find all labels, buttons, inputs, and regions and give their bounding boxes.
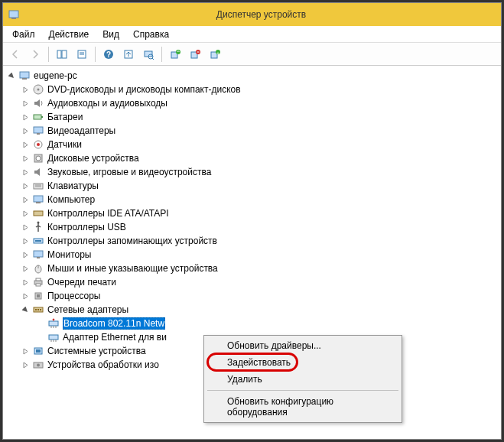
toolbar: ? +	[3, 43, 501, 66]
expand-icon[interactable]	[20, 236, 31, 246]
menu-view[interactable]: Вид	[96, 28, 125, 41]
category-label: Контроллеры USB	[47, 222, 126, 232]
device-manager-window: Диспетчер устройств Файл Действие Вид Сп…	[2, 2, 502, 440]
category-item[interactable]: Батареи	[3, 110, 501, 124]
scan-hw-button[interactable]	[139, 45, 158, 63]
expand-icon[interactable]	[20, 153, 31, 164]
expand-icon[interactable]	[20, 346, 31, 356]
svg-rect-51	[35, 309, 37, 310]
tree-root[interactable]: eugene-pc	[3, 69, 501, 83]
category-item[interactable]: Процессоры	[3, 289, 501, 303]
expand-icon[interactable]	[20, 194, 31, 205]
svg-rect-54	[49, 321, 58, 326]
collapse-icon[interactable]	[6, 70, 17, 81]
back-button[interactable]	[6, 45, 24, 63]
device-broadcom[interactable]: Broadcom 802.11n Netw	[3, 317, 501, 330]
forward-button[interactable]	[26, 45, 44, 63]
ctx-delete[interactable]: Удалить	[206, 371, 400, 388]
expand-icon[interactable]	[20, 125, 31, 136]
category-item[interactable]: Контроллеры запоминающих устройств	[3, 234, 501, 248]
category-item[interactable]: Контроллеры USB	[3, 220, 501, 234]
printer-icon	[32, 276, 44, 288]
uninstall-button[interactable]: +	[206, 45, 224, 63]
category-label: Звуковые, игровые и видеоустройства	[47, 167, 211, 177]
category-item[interactable]: Датчики	[3, 138, 501, 151]
category-item[interactable]: DVD-дисководы и дисководы компакт-дисков	[3, 83, 501, 96]
toolbar-separator	[48, 47, 49, 62]
device-label: Адаптер Ethernet для ви	[63, 332, 167, 343]
ctx-update-drivers[interactable]: Обновить драйверы...	[206, 337, 400, 354]
svg-rect-41	[34, 251, 43, 257]
imaging-icon	[32, 359, 44, 371]
category-label: Контроллеры IDE ATA/ATAPI	[47, 208, 169, 219]
category-label: Клавиатуры	[47, 180, 99, 191]
cpu-icon	[32, 290, 44, 302]
expand-icon[interactable]	[20, 277, 31, 288]
category-item[interactable]: Клавиатуры	[3, 179, 501, 193]
svg-rect-52	[37, 309, 39, 310]
window-icon	[8, 8, 20, 21]
update-driver-button[interactable]	[166, 45, 184, 63]
up-button[interactable]	[119, 45, 138, 63]
menu-help[interactable]: Справка	[127, 28, 175, 41]
svg-rect-37	[34, 211, 43, 216]
svg-rect-0	[9, 11, 18, 18]
expand-icon[interactable]	[20, 249, 31, 260]
category-label: Системные устройства	[47, 346, 146, 356]
help-button[interactable]: ?	[99, 45, 118, 63]
svg-point-23	[37, 89, 40, 91]
collapse-icon[interactable]	[20, 304, 31, 315]
display-icon	[32, 125, 44, 137]
root-label: eugene-pc	[34, 70, 77, 81]
expand-icon[interactable]	[20, 167, 31, 177]
mouse-icon	[32, 262, 44, 275]
expand-icon[interactable]	[20, 139, 31, 150]
expand-icon[interactable]	[20, 208, 31, 219]
category-item[interactable]: Дисковые устройства	[3, 151, 501, 165]
svg-line-12	[152, 58, 154, 60]
category-item[interactable]: Мыши и иные указывающие устройства	[3, 262, 501, 275]
expand-icon[interactable]	[20, 359, 31, 370]
menu-file[interactable]: Файл	[6, 28, 41, 41]
svg-point-29	[37, 143, 40, 146]
category-label: Мониторы	[47, 249, 91, 260]
ide-icon	[32, 207, 44, 219]
category-item[interactable]: Контроллеры IDE ATA/ATAPI	[3, 206, 501, 220]
svg-rect-24	[34, 115, 41, 119]
expand-icon[interactable]	[20, 263, 31, 274]
network-icon	[32, 304, 44, 316]
disc-icon	[32, 83, 44, 96]
category-item[interactable]: Очереди печати	[3, 275, 501, 289]
svg-rect-1	[11, 18, 16, 19]
device-tree[interactable]: eugene-pc DVD-дисководы и дисководы комп…	[3, 66, 501, 439]
category-network[interactable]: Сетевые адаптеры	[3, 303, 501, 317]
expand-icon[interactable]	[20, 112, 31, 122]
system-icon	[32, 345, 44, 357]
category-item[interactable]: Аудиовходы и аудиовыходы	[3, 96, 501, 110]
ctx-enable[interactable]: Задействовать	[206, 354, 400, 371]
properties-button[interactable]	[73, 45, 91, 63]
expand-icon[interactable]	[20, 222, 31, 232]
svg-rect-46	[36, 278, 41, 281]
show-tree-button[interactable]	[53, 45, 71, 63]
category-item[interactable]: Мониторы	[3, 248, 501, 262]
category-item[interactable]: Видеоадаптеры	[3, 124, 501, 138]
expand-icon[interactable]	[20, 291, 31, 301]
svg-rect-26	[34, 127, 43, 133]
storagectl-icon	[32, 235, 44, 247]
usb-icon	[32, 221, 44, 233]
expand-icon[interactable]	[20, 180, 31, 191]
expand-icon[interactable]	[20, 84, 31, 95]
monitor-icon	[32, 249, 44, 261]
category-item[interactable]: Компьютер	[3, 193, 501, 206]
menu-action[interactable]: Действие	[43, 28, 96, 41]
expand-icon[interactable]	[20, 98, 31, 109]
enable-button[interactable]	[186, 45, 204, 63]
titlebar[interactable]: Диспетчер устройств	[3, 3, 501, 26]
category-item[interactable]: Звуковые, игровые и видеоустройства	[3, 165, 501, 179]
computer-icon	[18, 70, 31, 82]
sensor-icon	[32, 138, 44, 151]
category-label: Устройства обработки изо	[47, 359, 159, 370]
category-label: Сетевые адаптеры	[47, 304, 128, 315]
ctx-refresh-hw[interactable]: Обновить конфигурацию оборудования	[206, 393, 400, 421]
